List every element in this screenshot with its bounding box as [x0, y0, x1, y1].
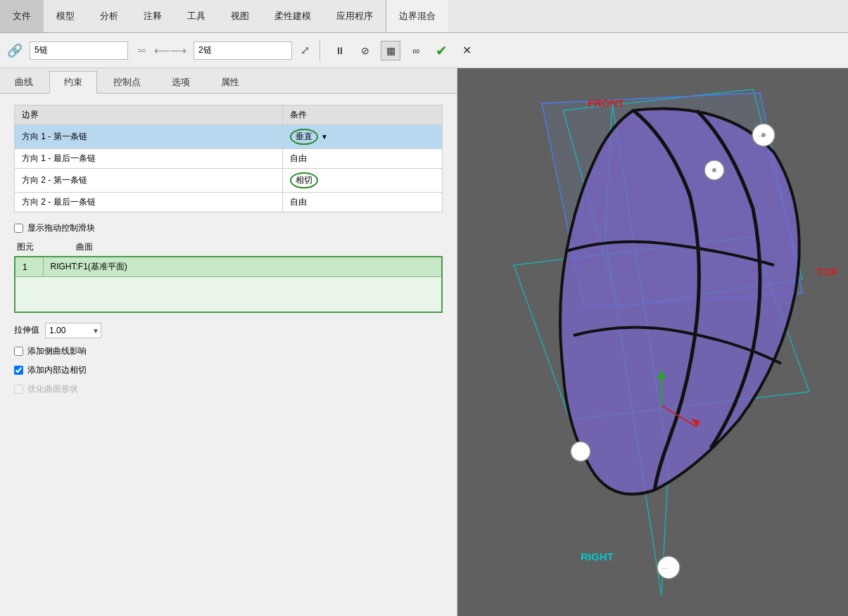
table-row[interactable]: 方向 2 - 第一条链 相切: [15, 169, 443, 193]
surface-id-cell: 1: [15, 257, 43, 277]
add-interior-tangent-checkbox[interactable]: [14, 366, 23, 375]
menubar: 文件 模型 分析 注释 工具 视图 柔性建模 应用程序 边界混合: [0, 0, 848, 33]
svg-point-10: [712, 168, 716, 172]
front-label: FRONT: [588, 97, 624, 109]
chain2-icon: ⟵⟶: [154, 44, 186, 57]
menu-analysis[interactable]: 分析: [87, 0, 131, 32]
viewport-svg: ···· ···· FRONT TOP RIGHT: [457, 68, 848, 616]
boundary-row-4-name: 方向 2 - 最后一条链: [15, 193, 283, 212]
menu-flexible[interactable]: 柔性建模: [262, 0, 324, 32]
right-label: RIGHT: [581, 551, 614, 563]
boundary-row-4-condition: 自由: [282, 193, 442, 212]
boundary-row-1-name: 方向 1 - 第一条链: [15, 125, 283, 149]
drag-checkbox-row: 显示拖动控制滑块: [14, 222, 443, 234]
boundary-row-2-name: 方向 1 - 最后一条链: [15, 149, 283, 169]
menu-apps[interactable]: 应用程序: [324, 0, 386, 32]
tab-curves[interactable]: 曲线: [0, 71, 48, 93]
boundary-row-2-condition: 自由: [282, 149, 442, 169]
chain1-input[interactable]: [30, 41, 128, 60]
boundary-row-3-name: 方向 2 - 第一条链: [15, 169, 283, 193]
boundary-col-header: 边界: [15, 105, 283, 125]
add-side-curves-label: 添加侧曲线影响: [27, 345, 87, 357]
surface-col2-header: 曲面: [76, 241, 93, 253]
svg-point-8: [657, 556, 680, 579]
svg-text:····: ····: [662, 565, 668, 572]
cancel-button[interactable]: ✕: [457, 41, 476, 60]
tab-properties[interactable]: 属性: [206, 71, 254, 93]
surface-table-row[interactable]: 1 RIGHT:F1(基准平面): [15, 257, 442, 277]
filter-button[interactable]: ▦: [381, 41, 400, 60]
table-row[interactable]: 方向 1 - 第一条链 垂直 ▼: [15, 125, 443, 149]
left-panel: 曲线 约束 控制点 选项 属性 边界 条件 方向 1 - 第一条链: [0, 68, 457, 616]
boundary-row-1-condition[interactable]: 垂直 ▼: [282, 125, 442, 149]
main-layout: 曲线 约束 控制点 选项 属性 边界 条件 方向 1 - 第一条链: [0, 68, 848, 616]
toolbar-divider: [319, 40, 320, 61]
stretch-select-wrapper: ▼: [45, 323, 101, 338]
loop-button[interactable]: ∞: [406, 41, 426, 60]
checkbox-side-curves: 添加侧曲线影响: [14, 345, 443, 357]
add-side-curves-checkbox[interactable]: [14, 347, 23, 356]
surface-table: 1 RIGHT:F1(基准平面): [14, 256, 443, 313]
surface-col1-header: 图元: [17, 241, 34, 253]
surface-table-headers: 图元 曲面: [14, 241, 443, 253]
stretch-label: 拉伸值: [14, 324, 39, 336]
table-row[interactable]: 方向 2 - 最后一条链 自由: [15, 193, 443, 212]
stop-button[interactable]: ⊘: [355, 41, 375, 60]
menu-boundary-blend[interactable]: 边界混合: [386, 0, 448, 32]
condition-col-header: 条件: [282, 105, 442, 125]
top-label: TOP: [816, 266, 838, 278]
drag-checkbox[interactable]: [14, 224, 23, 233]
tab-constraints[interactable]: 约束: [49, 71, 97, 94]
surface-name-cell: RIGHT:F1(基准平面): [43, 257, 442, 277]
boundary-table: 边界 条件 方向 1 - 第一条链 垂直 ▼: [14, 105, 443, 212]
optimize-surface-label: 优化曲面形状: [27, 383, 78, 395]
menu-view[interactable]: 视图: [218, 0, 262, 32]
tab-control-points[interactable]: 控制点: [99, 71, 156, 93]
checkbox-optimize-surface: 优化曲面形状: [14, 383, 443, 395]
menu-model[interactable]: 模型: [44, 0, 87, 32]
boundary-row-3-condition[interactable]: 相切: [282, 169, 442, 193]
table-row[interactable]: 方向 1 - 最后一条链 自由: [15, 149, 443, 169]
svg-text:····: ····: [757, 133, 764, 139]
condition-3-circled: 相切: [290, 172, 318, 188]
pause-button[interactable]: ⏸: [330, 41, 350, 60]
drag-checkbox-label: 显示拖动控制滑块: [27, 222, 95, 234]
menu-file[interactable]: 文件: [0, 0, 44, 32]
svg-point-7: [571, 442, 590, 461]
chain1-icon: 🔗: [7, 43, 23, 58]
tab-options[interactable]: 选项: [157, 71, 205, 93]
surface-table-empty-row: [15, 277, 442, 312]
tabs-row: 曲线 约束 控制点 选项 属性: [0, 68, 457, 94]
panel-content: 边界 条件 方向 1 - 第一条链 垂直 ▼: [0, 94, 457, 616]
stretch-input[interactable]: [45, 323, 101, 338]
scale-icon: ⤢: [300, 44, 310, 57]
menu-annotation[interactable]: 注释: [131, 0, 175, 32]
checkbox-interior-tangent: 添加内部边相切: [14, 364, 443, 376]
toolbar: 🔗 ⫗ ⟵⟶ ⤢ ⏸ ⊘ ▦ ∞ ✔ ✕: [0, 33, 848, 68]
condition-1-arrow[interactable]: ▼: [321, 133, 328, 141]
chain-separator-icon: ⫗: [137, 45, 146, 56]
condition-1-circled: 垂直: [290, 129, 318, 145]
menu-tools[interactable]: 工具: [175, 0, 218, 32]
add-interior-tangent-label: 添加内部边相切: [27, 364, 87, 376]
optimize-surface-checkbox[interactable]: [14, 385, 23, 394]
right-viewport[interactable]: ···· ···· FRONT TOP RIGHT: [457, 68, 848, 616]
confirm-button[interactable]: ✔: [431, 41, 451, 60]
chain2-input[interactable]: [194, 41, 292, 60]
stretch-row: 拉伸值 ▼: [14, 323, 443, 338]
